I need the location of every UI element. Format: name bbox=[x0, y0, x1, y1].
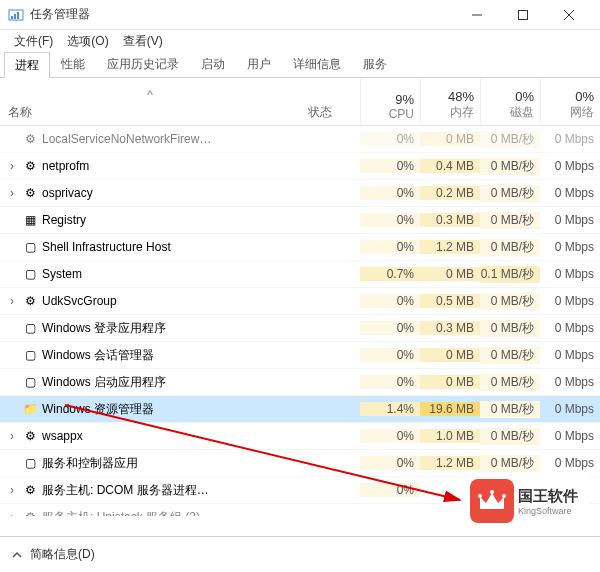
window-icon: ▢ bbox=[22, 320, 38, 336]
registry-icon: ▦ bbox=[22, 212, 38, 228]
process-name: Windows 资源管理器 bbox=[42, 401, 154, 418]
expand-icon[interactable]: › bbox=[6, 159, 18, 173]
disk-value: 0 MB/秒 bbox=[480, 347, 540, 364]
logo-text-cn: 国王软件 bbox=[518, 487, 578, 506]
process-name: UdkSvcGroup bbox=[42, 294, 117, 308]
tab-2[interactable]: 应用历史记录 bbox=[96, 51, 190, 77]
net-value: 0 Mbps bbox=[540, 267, 600, 281]
chevron-up-icon[interactable] bbox=[10, 550, 24, 560]
table-row[interactable]: ▢System0.7%0 MB0.1 MB/秒0 Mbps bbox=[0, 261, 600, 288]
table-row[interactable]: ›⚙netprofm0%0.4 MB0 MB/秒0 Mbps bbox=[0, 153, 600, 180]
tab-6[interactable]: 服务 bbox=[352, 51, 398, 77]
close-button[interactable] bbox=[546, 0, 592, 30]
menu-options[interactable]: 选项(O) bbox=[61, 31, 114, 52]
disk-value: 0 MB/秒 bbox=[480, 239, 540, 256]
mem-value: 0.3 MB bbox=[420, 213, 480, 227]
maximize-button[interactable] bbox=[500, 0, 546, 30]
process-name: Shell Infrastructure Host bbox=[42, 240, 171, 254]
mem-value: 0.2 MB bbox=[420, 186, 480, 200]
cpu-value: 0.7% bbox=[360, 267, 420, 281]
col-memory[interactable]: 48% 内存 bbox=[420, 78, 480, 125]
cpu-value: 0% bbox=[360, 240, 420, 254]
watermark-logo: 国王软件 KingSoftware bbox=[470, 476, 590, 526]
net-value: 0 Mbps bbox=[540, 375, 600, 389]
brief-info-link[interactable]: 简略信息(D) bbox=[30, 546, 95, 563]
col-disk[interactable]: 0% 磁盘 bbox=[480, 78, 540, 125]
menu-view[interactable]: 查看(V) bbox=[117, 31, 169, 52]
table-row[interactable]: ▦Registry0%0.3 MB0 MB/秒0 Mbps bbox=[0, 207, 600, 234]
table-row[interactable]: ▢Shell Infrastructure Host0%1.2 MB0 MB/秒… bbox=[0, 234, 600, 261]
cpu-value: 1.4% bbox=[360, 402, 420, 416]
process-name: 服务和控制器应用 bbox=[42, 455, 138, 472]
process-name: osprivacy bbox=[42, 186, 93, 200]
tab-4[interactable]: 用户 bbox=[236, 51, 282, 77]
cpu-value: 0% bbox=[360, 456, 420, 470]
net-value: 0 Mbps bbox=[540, 159, 600, 173]
table-row[interactable]: ›⚙osprivacy0%0.2 MB0 MB/秒0 Mbps bbox=[0, 180, 600, 207]
disk-value: 0 MB/秒 bbox=[480, 293, 540, 310]
svg-point-10 bbox=[490, 490, 494, 494]
mem-value: 0 MB bbox=[420, 132, 480, 146]
process-name: 服务主机: Unistack 服务组 (2) bbox=[42, 509, 200, 517]
table-row[interactable]: ▢Windows 登录应用程序0%0.3 MB0 MB/秒0 Mbps bbox=[0, 315, 600, 342]
net-value: 0 Mbps bbox=[540, 321, 600, 335]
net-value: 0 Mbps bbox=[540, 240, 600, 254]
disk-value: 0 MB/秒 bbox=[480, 320, 540, 337]
expand-icon[interactable]: › bbox=[6, 294, 18, 308]
disk-value: 0.1 MB/秒 bbox=[480, 266, 540, 283]
svg-rect-5 bbox=[519, 10, 528, 19]
cpu-value: 0% bbox=[360, 321, 420, 335]
process-name: Windows 登录应用程序 bbox=[42, 320, 166, 337]
net-value: 0 Mbps bbox=[540, 348, 600, 362]
svg-rect-3 bbox=[17, 12, 19, 19]
col-network[interactable]: 0% 网络 bbox=[540, 78, 600, 125]
table-row[interactable]: ▢Windows 会话管理器0%0 MB0 MB/秒0 Mbps bbox=[0, 342, 600, 369]
process-name: Registry bbox=[42, 213, 86, 227]
process-name: Windows 启动应用程序 bbox=[42, 374, 166, 391]
net-value: 0 Mbps bbox=[540, 213, 600, 227]
mem-value: 1.2 MB bbox=[420, 240, 480, 254]
mem-value: 0 MB bbox=[420, 348, 480, 362]
process-list[interactable]: ⚙LocalServiceNoNetworkFirew…0%0 MB0 MB/秒… bbox=[0, 126, 600, 516]
table-row[interactable]: ▢服务和控制器应用0%1.2 MB0 MB/秒0 Mbps bbox=[0, 450, 600, 477]
net-value: 0 Mbps bbox=[540, 186, 600, 200]
col-cpu[interactable]: 9% CPU bbox=[360, 78, 420, 125]
tab-5[interactable]: 详细信息 bbox=[282, 51, 352, 77]
table-row[interactable]: ›⚙wsappx0%1.0 MB0 MB/秒0 Mbps bbox=[0, 423, 600, 450]
table-row[interactable]: ⚙LocalServiceNoNetworkFirew…0%0 MB0 MB/秒… bbox=[0, 126, 600, 153]
table-row[interactable]: ›⚙UdkSvcGroup0%0.5 MB0 MB/秒0 Mbps bbox=[0, 288, 600, 315]
window-icon: ▢ bbox=[22, 266, 38, 282]
mem-value: 0 MB bbox=[420, 267, 480, 281]
gear-icon: ⚙ bbox=[22, 428, 38, 444]
menu-file[interactable]: 文件(F) bbox=[8, 31, 59, 52]
svg-point-11 bbox=[502, 494, 506, 498]
gear-icon: ⚙ bbox=[22, 185, 38, 201]
col-status[interactable]: 状态 bbox=[300, 78, 360, 125]
process-name: System bbox=[42, 267, 82, 281]
col-name[interactable]: ^ 名称 bbox=[0, 78, 300, 125]
mem-value: 19.6 MB bbox=[420, 402, 480, 416]
disk-value: 0 MB/秒 bbox=[480, 158, 540, 175]
titlebar: 任务管理器 bbox=[0, 0, 600, 30]
expand-icon[interactable]: › bbox=[6, 483, 18, 497]
tabbar: 进程性能应用历史记录启动用户详细信息服务 bbox=[0, 52, 600, 78]
window-icon: ▢ bbox=[22, 239, 38, 255]
expand-icon[interactable]: › bbox=[6, 510, 18, 516]
process-name: wsappx bbox=[42, 429, 83, 443]
process-name: Windows 会话管理器 bbox=[42, 347, 154, 364]
net-value: 0 Mbps bbox=[540, 132, 600, 146]
gear-icon: ⚙ bbox=[22, 293, 38, 309]
expand-icon[interactable]: › bbox=[6, 186, 18, 200]
disk-value: 0 MB/秒 bbox=[480, 131, 540, 148]
app-icon bbox=[8, 7, 24, 23]
tab-0[interactable]: 进程 bbox=[4, 52, 50, 78]
table-row[interactable]: 📁Windows 资源管理器1.4%19.6 MB0 MB/秒0 Mbps bbox=[0, 396, 600, 423]
minimize-button[interactable] bbox=[454, 0, 500, 30]
tab-1[interactable]: 性能 bbox=[50, 51, 96, 77]
mem-value: 1.2 MB bbox=[420, 456, 480, 470]
table-row[interactable]: ▢Windows 启动应用程序0%0 MB0 MB/秒0 Mbps bbox=[0, 369, 600, 396]
mem-value: 1.0 MB bbox=[420, 429, 480, 443]
expand-icon[interactable]: › bbox=[6, 429, 18, 443]
cpu-value: 0% bbox=[360, 429, 420, 443]
tab-3[interactable]: 启动 bbox=[190, 51, 236, 77]
